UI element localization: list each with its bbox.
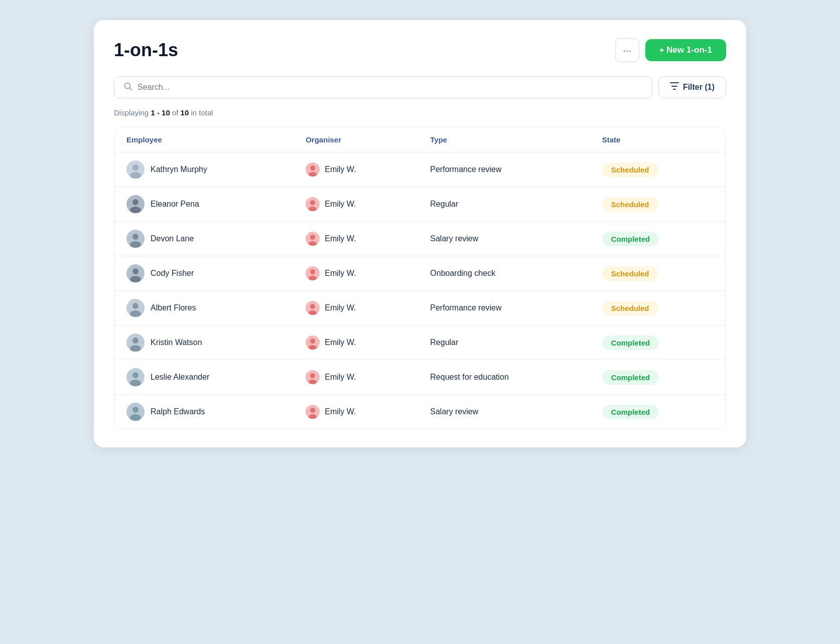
organiser-avatar-6 — [306, 370, 320, 384]
employee-cell-6: Leslie Alexander — [114, 360, 294, 395]
employee-avatar-2 — [126, 230, 145, 248]
state-cell-0: Scheduled — [590, 152, 726, 187]
table-row[interactable]: Kristin Watson Emily W. Regular Complete… — [114, 326, 726, 360]
employee-name: Leslie Alexander — [151, 373, 209, 382]
svg-point-9 — [132, 199, 138, 205]
organiser-avatar-3 — [306, 266, 320, 280]
employee-avatar-5 — [126, 334, 145, 352]
organiser-name: Emily W. — [325, 303, 356, 312]
employee-name: Albert Flores — [151, 303, 196, 312]
type-cell-1: Regular — [418, 187, 590, 222]
meeting-type: Regular — [430, 338, 458, 347]
employee-name: Cody Fisher — [151, 269, 194, 278]
meeting-type: Salary review — [430, 234, 478, 243]
table-row[interactable]: Devon Lane Emily W. Salary review Comple… — [114, 222, 726, 256]
new-1on1-button[interactable]: + New 1-on-1 — [645, 39, 726, 61]
svg-point-18 — [310, 235, 315, 240]
organiser-name: Emily W. — [325, 165, 356, 174]
table-row[interactable]: Cody Fisher Emily W. Onboarding check Sc… — [114, 256, 726, 291]
organiser-name: Emily W. — [325, 338, 356, 347]
state-badge: Scheduled — [602, 301, 658, 315]
organiser-cell-5: Emily W. — [294, 326, 418, 360]
svg-point-48 — [310, 408, 315, 413]
displaying-text: Displaying 1 - 10 of 10 in total — [114, 108, 726, 117]
svg-line-1 — [129, 88, 131, 90]
svg-point-15 — [132, 234, 138, 240]
meeting-type: Regular — [430, 200, 458, 208]
state-badge: Scheduled — [602, 163, 658, 177]
svg-point-24 — [310, 269, 315, 274]
employee-name: Devon Lane — [151, 234, 194, 243]
organiser-name: Emily W. — [325, 407, 356, 416]
employee-cell-2: Devon Lane — [114, 222, 294, 256]
state-badge: Scheduled — [602, 197, 658, 212]
type-cell-7: Salary review — [418, 395, 590, 429]
employee-avatar-3 — [126, 264, 145, 282]
svg-point-27 — [132, 303, 138, 309]
organiser-cell-2: Emily W. — [294, 222, 418, 256]
organiser-cell-6: Emily W. — [294, 360, 418, 395]
employee-name: Ralph Edwards — [151, 407, 205, 416]
employee-name: Eleanor Pena — [151, 200, 199, 209]
table-row[interactable]: Eleanor Pena Emily W. Regular Scheduled — [114, 187, 726, 222]
organiser-avatar-5 — [306, 336, 320, 350]
type-cell-6: Request for education — [418, 360, 590, 395]
organiser-name: Emily W. — [325, 234, 356, 243]
table-row[interactable]: Leslie Alexander Emily W. Request for ed… — [114, 360, 726, 395]
filter-button[interactable]: Filter (1) — [658, 76, 726, 98]
table-row[interactable]: Albert Flores Emily W. Performance revie… — [114, 291, 726, 326]
table-row[interactable]: Ralph Edwards Emily W. Salary review Com… — [114, 395, 726, 429]
employee-avatar-1 — [126, 195, 145, 213]
employee-avatar-6 — [126, 368, 145, 386]
state-cell-6: Completed — [590, 360, 726, 395]
col-employee: Employee — [114, 127, 294, 152]
svg-point-6 — [310, 166, 315, 171]
type-cell-5: Regular — [418, 326, 590, 360]
more-button[interactable]: ··· — [615, 38, 639, 62]
svg-point-33 — [132, 338, 138, 344]
page-title: 1-on-1s — [114, 40, 178, 61]
state-badge: Completed — [602, 336, 659, 350]
table-row[interactable]: Kathryn Murphy Emily W. Performance revi… — [114, 152, 726, 187]
state-cell-7: Completed — [590, 395, 726, 429]
organiser-name: Emily W. — [325, 269, 356, 278]
table-header-row: Employee Organiser Type State — [114, 127, 726, 152]
svg-point-39 — [132, 372, 138, 378]
col-organiser: Organiser — [294, 127, 418, 152]
col-type: Type — [418, 127, 590, 152]
employee-cell-3: Cody Fisher — [114, 256, 294, 291]
type-cell-4: Performance review — [418, 291, 590, 326]
employee-cell-7: Ralph Edwards — [114, 395, 294, 429]
page-header: 1-on-1s ··· + New 1-on-1 — [114, 38, 726, 62]
state-cell-5: Completed — [590, 326, 726, 360]
employee-name: Kathryn Murphy — [151, 165, 207, 174]
filter-label: Filter (1) — [683, 83, 715, 92]
employee-cell-5: Kristin Watson — [114, 326, 294, 360]
employee-avatar-7 — [126, 403, 145, 421]
1on1-table: Employee Organiser Type State Kathryn Mu… — [114, 127, 726, 429]
state-badge: Completed — [602, 232, 659, 246]
svg-point-30 — [310, 304, 315, 309]
state-badge: Completed — [602, 405, 659, 419]
organiser-cell-1: Emily W. — [294, 187, 418, 222]
col-state: State — [590, 127, 726, 152]
meeting-type: Onboarding check — [430, 269, 495, 277]
organiser-avatar-1 — [306, 197, 320, 211]
svg-point-12 — [310, 200, 315, 205]
filter-icon — [670, 82, 679, 92]
employee-cell-1: Eleanor Pena — [114, 187, 294, 222]
search-input[interactable] — [137, 83, 643, 92]
state-badge: Completed — [602, 370, 659, 385]
organiser-name: Emily W. — [325, 373, 356, 382]
table-wrap: Employee Organiser Type State Kathryn Mu… — [114, 127, 726, 429]
meeting-type: Salary review — [430, 407, 478, 416]
employee-cell-4: Albert Flores — [114, 291, 294, 326]
search-icon — [123, 82, 132, 93]
svg-point-21 — [132, 268, 138, 274]
organiser-avatar-0 — [306, 163, 320, 177]
svg-point-3 — [132, 165, 138, 171]
organiser-cell-4: Emily W. — [294, 291, 418, 326]
type-cell-2: Salary review — [418, 222, 590, 256]
organiser-avatar-7 — [306, 405, 320, 419]
employee-avatar-4 — [126, 299, 145, 317]
